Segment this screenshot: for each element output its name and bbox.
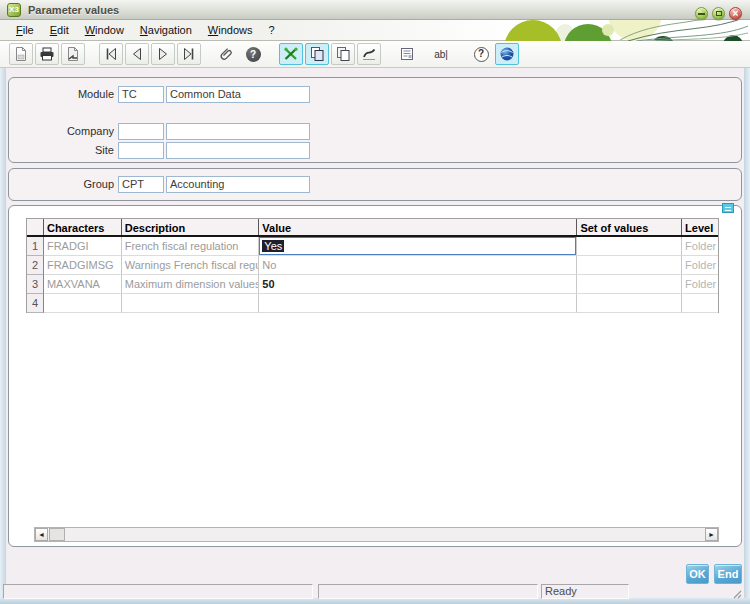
row-number[interactable]: 2 xyxy=(27,256,44,275)
close-button[interactable]: × xyxy=(729,7,742,20)
value-cell-focused[interactable]: Yes xyxy=(259,237,577,256)
resize-grip[interactable] xyxy=(732,589,742,599)
module-label: Module xyxy=(9,88,114,100)
scroll-right-arrow-icon[interactable]: ► xyxy=(705,528,718,541)
ok-button[interactable]: OK xyxy=(686,564,709,584)
header-value[interactable]: Value xyxy=(259,219,577,235)
toolbar: ? ab| ? xyxy=(0,41,750,68)
header-level[interactable]: Level xyxy=(682,219,718,235)
window-title: Parameter values xyxy=(28,4,119,16)
paste-record-icon xyxy=(335,46,351,62)
level-cell xyxy=(682,294,718,313)
next-record-button[interactable] xyxy=(151,43,175,65)
scroll-left-arrow-icon[interactable]: ◄ xyxy=(35,528,48,541)
new-record-button[interactable] xyxy=(9,43,33,65)
menu-help[interactable]: ? xyxy=(261,22,283,38)
rename-button[interactable]: ab| xyxy=(429,43,453,65)
description-cell[interactable] xyxy=(122,294,260,313)
detach-grid-icon[interactable] xyxy=(722,203,734,213)
description-cell[interactable]: Warnings French fiscal regul. xyxy=(122,256,260,275)
previous-record-button[interactable] xyxy=(125,43,149,65)
selection-panel: Module TC Common Data Company Site xyxy=(8,77,742,163)
previous-record-icon xyxy=(129,46,145,62)
maximize-icon xyxy=(716,11,722,16)
module-name-field[interactable]: Common Data xyxy=(166,86,310,103)
description-cell[interactable]: French fiscal regulation xyxy=(122,237,260,256)
company-code-field[interactable] xyxy=(118,123,164,140)
maximize-button[interactable] xyxy=(712,7,725,20)
tools-button[interactable] xyxy=(279,43,303,65)
new-record-icon xyxy=(13,46,29,62)
header-characters[interactable]: Characters xyxy=(44,219,122,235)
menu-windows[interactable]: Windows xyxy=(200,22,261,38)
first-record-button[interactable] xyxy=(99,43,123,65)
company-label: Company xyxy=(9,125,114,137)
copy-record-button[interactable] xyxy=(305,43,329,65)
paste-record-button[interactable] xyxy=(331,43,355,65)
about-button[interactable]: ? xyxy=(241,43,265,65)
help-icon: ? xyxy=(474,47,489,62)
table-row: 4 xyxy=(27,294,718,313)
horizontal-scrollbar[interactable]: ◄ ► xyxy=(34,527,719,542)
set-of-values-cell[interactable] xyxy=(577,294,682,313)
site-name-field[interactable] xyxy=(166,142,310,159)
menu-bar: File Edit Window Navigation Windows ? xyxy=(0,20,750,41)
characters-cell[interactable] xyxy=(44,294,122,313)
group-panel: Group CPT Accounting xyxy=(8,168,742,201)
characters-cell[interactable]: MAXVANA xyxy=(44,275,122,294)
group-label: Group xyxy=(9,178,114,190)
site-label: Site xyxy=(9,144,114,156)
last-record-button[interactable] xyxy=(177,43,201,65)
set-of-values-cell[interactable] xyxy=(577,256,682,275)
menu-edit[interactable]: Edit xyxy=(42,22,77,38)
minimize-icon xyxy=(698,13,705,15)
status-ready: Ready xyxy=(541,584,629,599)
value-cell[interactable] xyxy=(259,294,577,313)
header-rownum xyxy=(27,219,44,235)
attachment-button[interactable] xyxy=(215,43,239,65)
save-button[interactable] xyxy=(61,43,85,65)
menu-window[interactable]: Window xyxy=(77,22,132,38)
scrollbar-thumb[interactable] xyxy=(49,528,65,541)
header-description[interactable]: Description xyxy=(122,219,260,235)
app-icon: X3 xyxy=(7,3,21,17)
header-set-of-values[interactable]: Set of values xyxy=(577,219,682,235)
menu-navigation[interactable]: Navigation xyxy=(132,22,200,38)
last-record-icon xyxy=(181,46,197,62)
report-button[interactable] xyxy=(395,43,419,65)
next-record-icon xyxy=(155,46,171,62)
characters-cell[interactable]: FRADGIMSG xyxy=(44,256,122,275)
table-panel: Characters Description Value Set of valu… xyxy=(8,205,742,547)
module-code-field[interactable]: TC xyxy=(118,86,164,103)
site-code-field[interactable] xyxy=(118,142,164,159)
description-cell[interactable]: Maximum dimension values xyxy=(122,275,260,294)
company-name-field[interactable] xyxy=(166,123,310,140)
attachment-icon xyxy=(219,46,235,62)
value-cell[interactable]: 50 xyxy=(259,275,577,294)
end-button[interactable]: End xyxy=(714,564,742,584)
status-segment-2 xyxy=(318,584,538,599)
tools-icon xyxy=(283,46,299,62)
row-number[interactable]: 1 xyxy=(27,237,44,256)
status-bar: Ready xyxy=(0,584,750,599)
about-icon: ? xyxy=(246,47,261,62)
minimize-button[interactable] xyxy=(695,7,708,20)
help-button[interactable]: ? xyxy=(469,43,493,65)
value-cell[interactable]: No xyxy=(259,256,577,275)
status-segment-1 xyxy=(3,584,313,599)
selected-value-text: Yes xyxy=(262,240,284,252)
menu-file[interactable]: File xyxy=(8,22,42,38)
group-name-field[interactable]: Accounting xyxy=(166,176,310,193)
row-number[interactable]: 4 xyxy=(27,294,44,313)
close-icon: × xyxy=(733,9,739,19)
set-of-values-cell[interactable] xyxy=(577,275,682,294)
set-of-values-cell[interactable] xyxy=(577,237,682,256)
group-code-field[interactable]: CPT xyxy=(118,176,164,193)
row-number[interactable]: 3 xyxy=(27,275,44,294)
app-window: X3 Parameter values × File Edit Window N… xyxy=(0,0,750,604)
print-button[interactable] xyxy=(35,43,59,65)
characters-cell[interactable]: FRADGI xyxy=(44,237,122,256)
signature-button[interactable] xyxy=(357,43,381,65)
web-button[interactable] xyxy=(495,43,519,65)
window-edge-right xyxy=(744,20,750,604)
